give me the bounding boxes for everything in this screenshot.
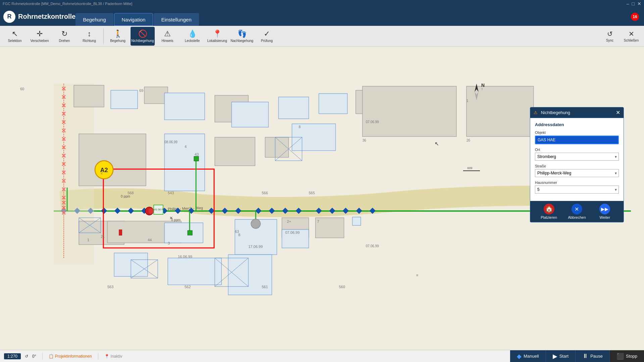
dialog-titlebar: ⚠ Nichtbegehung ✕ xyxy=(530,107,624,118)
dialog-body: Addressdaten Objekt Ort Stromberg ▼ Stra… xyxy=(530,118,624,201)
toolbar: ↖ Selektion ✛ Verschieben ↻ Drehen ↕ Ric… xyxy=(0,26,644,47)
dialog-label-strasse: Straße xyxy=(535,164,619,168)
dialog-section-title: Addressdaten xyxy=(535,122,619,127)
inactive-display: 📍 Inaktiv xyxy=(104,354,122,359)
manuell-button[interactable]: ◆ Manuell xyxy=(510,350,546,362)
map-container[interactable]: Philipp - Merck - Weg xyxy=(0,47,644,350)
svg-point-112 xyxy=(251,219,260,228)
statusbar: 1:270 ↺ 0° 📋 Projektinformationen 📍 Inak… xyxy=(0,350,644,362)
selektion-label: Selektion xyxy=(8,39,21,43)
toolbar-pruefung[interactable]: ✓ Prüfung xyxy=(255,27,279,46)
dialog-warning-icon: ⚠ xyxy=(534,110,538,115)
toolbar-selektion[interactable]: ↖ Selektion xyxy=(3,27,27,46)
weiter-label: Weiter xyxy=(600,215,610,219)
objekt-input[interactable] xyxy=(535,136,619,144)
toolbar-right: ↺ Sync ✕ Schließen xyxy=(600,27,641,46)
svg-rect-82 xyxy=(315,218,344,238)
project-info-button[interactable]: 📋 Projektinformationen xyxy=(49,354,92,359)
svg-text:↖: ↖ xyxy=(435,141,439,147)
logo-icon: R xyxy=(3,11,15,23)
toolbar-verschieben[interactable]: ✛ Verschieben xyxy=(28,27,52,46)
svg-text:21: 21 xyxy=(101,235,105,239)
nachbegehung-icon: 👣 xyxy=(238,30,247,38)
platzieren-button[interactable]: 🏠 Platzieren xyxy=(539,204,559,219)
toolbar-nichtbegehung[interactable]: 🚫 Nichtbegehung xyxy=(131,27,155,46)
abbrechen-button[interactable]: ✕ Abbrechen xyxy=(567,204,587,219)
dialog-label-ort: Ort xyxy=(535,148,619,152)
strasse-select-wrapper: Philipp-Merck-Weg ▼ xyxy=(535,169,619,177)
svg-rect-66 xyxy=(232,102,268,127)
manuell-label: Manuell xyxy=(524,354,539,359)
dialog-label-objekt: Objekt xyxy=(535,131,619,135)
svg-text:1: 1 xyxy=(87,238,89,242)
svg-text:07.06.99: 07.06.99 xyxy=(285,230,300,235)
svg-rect-83 xyxy=(352,217,361,225)
toolbar-sync[interactable]: ↺ Sync xyxy=(600,27,620,46)
svg-text:568: 568 xyxy=(128,191,134,195)
toolbar-leckstelle[interactable]: 💧 Leckstelle xyxy=(180,27,204,46)
dialog-field-strasse: Straße Philipp-Merck-Weg ▼ xyxy=(535,164,619,177)
svg-text:1: 1 xyxy=(466,99,468,103)
notification-badge[interactable]: 16 xyxy=(631,13,639,21)
header: R Rohrnetzkontrolle Begehung Navigation … xyxy=(0,7,644,26)
svg-text:4: 4 xyxy=(185,145,187,149)
lokalisierung-icon: 📍 xyxy=(213,30,222,38)
stopp-label: Stopp xyxy=(626,354,637,359)
close-button[interactable]: ✕ xyxy=(637,1,641,6)
toolbar-nachbegehung[interactable]: 👣 Nachbegehung xyxy=(230,27,254,46)
tab-navigation[interactable]: Navigation xyxy=(114,13,153,26)
ort-select[interactable]: Stromberg xyxy=(535,153,619,161)
toolbar-schliessen[interactable]: ✕ Schließen xyxy=(621,27,641,46)
hinweis-icon: ⚠ xyxy=(164,30,171,38)
toolbar-drehen[interactable]: ↻ Drehen xyxy=(52,27,77,46)
svg-rect-75 xyxy=(215,137,255,166)
svg-text:2+: 2+ xyxy=(287,219,291,223)
stopp-button[interactable]: ⬛ Stopp xyxy=(610,350,644,362)
tab-einstellungen[interactable]: Einstellungen xyxy=(154,13,199,26)
svg-text:7: 7 xyxy=(317,219,319,223)
maximize-button[interactable]: □ xyxy=(632,1,635,6)
svg-text:609: 609 xyxy=(467,166,472,170)
drehen-label: Drehen xyxy=(59,39,70,43)
toolbar-richtung[interactable]: ↕ Richtung xyxy=(77,27,101,46)
hausnummer-select-wrapper: 5 ▼ xyxy=(535,186,619,194)
main-tabs: Begehung Navigation Einstellungen xyxy=(76,7,199,26)
pause-button[interactable]: ⏸ Pause xyxy=(576,350,610,362)
nichtbegehung-label: Nichtbegehung xyxy=(131,39,154,43)
pause-icon: ⏸ xyxy=(582,353,588,360)
minimize-button[interactable]: – xyxy=(627,1,629,6)
weiter-button[interactable]: ▶▶ Weiter xyxy=(595,204,615,219)
svg-rect-62 xyxy=(111,90,138,109)
start-button[interactable]: ▶ Start xyxy=(546,350,576,362)
abbrechen-label: Abbrechen xyxy=(568,215,586,219)
pruefung-label: Prüfung xyxy=(261,39,273,43)
svg-rect-76 xyxy=(265,137,289,157)
verschieben-icon: ✛ xyxy=(37,30,43,38)
toolbar-hinweis[interactable]: ⚠ Hinweis xyxy=(155,27,180,46)
tab-begehung[interactable]: Begehung xyxy=(76,13,113,26)
hausnummer-select[interactable]: 5 xyxy=(535,186,619,194)
svg-rect-70 xyxy=(362,86,456,137)
dialog-close-button[interactable]: ✕ xyxy=(616,109,620,116)
svg-text:↑: ↑ xyxy=(481,87,483,91)
rotation-display: 0° xyxy=(32,354,36,359)
stopp-icon: ⬛ xyxy=(616,353,624,360)
dialog-field-objekt: Objekt xyxy=(535,131,619,144)
start-icon: ▶ xyxy=(553,353,557,360)
dialog-footer: 🏠 Platzieren ✕ Abbrechen ▶▶ Weiter xyxy=(530,201,624,222)
strasse-select[interactable]: Philipp-Merck-Weg xyxy=(535,169,619,177)
svg-rect-105 xyxy=(194,156,199,161)
project-info-label: Projektinformationen xyxy=(55,354,92,359)
svg-text:44: 44 xyxy=(148,238,152,242)
platzieren-label: Platzieren xyxy=(541,215,557,219)
toolbar-lokalisierung[interactable]: 📍 Lokalisierung xyxy=(205,27,229,46)
svg-text:26: 26 xyxy=(466,139,470,142)
svg-text:562: 562 xyxy=(185,285,191,289)
toolbar-begehung[interactable]: 🚶 Begehung xyxy=(106,27,130,46)
selektion-icon: ↖ xyxy=(12,30,18,38)
schliessen-icon: ✕ xyxy=(629,30,634,38)
svg-rect-73 xyxy=(79,134,146,186)
svg-text:69: 69 xyxy=(139,89,143,93)
location-icon: 📍 xyxy=(104,354,109,359)
svg-rect-7 xyxy=(114,208,120,214)
